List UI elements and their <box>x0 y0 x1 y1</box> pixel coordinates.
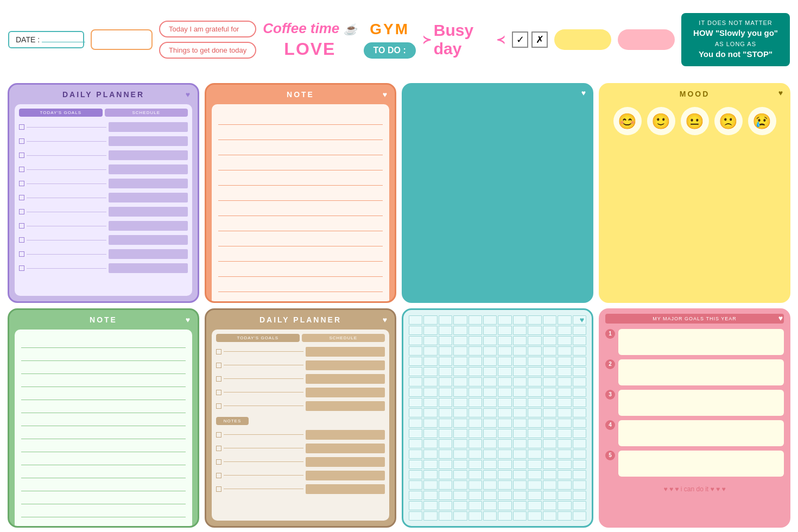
coffee-time-text: Coffee time ☕ <box>263 20 357 37</box>
teal-grid <box>409 315 586 521</box>
checkbox[interactable] <box>216 403 221 409</box>
goal-item-2: 2 <box>605 359 784 385</box>
note-line <box>218 277 383 292</box>
grid-cell <box>573 377 586 387</box>
grid-cell <box>409 449 422 459</box>
planner-row <box>19 220 188 232</box>
checkbox[interactable] <box>216 376 221 382</box>
grid-cell <box>439 408 452 417</box>
grid-cell <box>573 480 586 490</box>
grid-cell <box>468 315 482 325</box>
grid-cell <box>423 429 437 438</box>
checkbox[interactable] <box>19 138 24 144</box>
checkbox[interactable] <box>216 432 221 438</box>
daily-planner-brown-title: DAILY PLANNER <box>212 315 389 324</box>
grid-cell <box>513 346 527 356</box>
checkbox[interactable] <box>216 473 221 478</box>
grid-cell <box>409 315 422 325</box>
grid-cell <box>483 419 497 428</box>
grid-cell <box>453 501 467 510</box>
grid-cell <box>543 377 556 387</box>
note-line <box>21 504 186 517</box>
grid-cell <box>409 480 422 490</box>
goal-box-4[interactable] <box>618 420 784 446</box>
checkbox[interactable] <box>19 209 24 214</box>
checkbox[interactable] <box>19 195 24 200</box>
grid-cell <box>453 429 467 438</box>
goal-box-5[interactable] <box>618 451 784 477</box>
grid-cell <box>483 511 497 521</box>
grid-cell <box>528 388 541 397</box>
planner-headers-brown: TODAY'S GOALS SCHEDULE <box>216 334 385 342</box>
checkbox[interactable] <box>19 265 24 271</box>
note-inner-peach <box>212 104 389 303</box>
grid-cell <box>409 419 422 428</box>
neutral-emoji[interactable]: 😐 <box>681 107 709 135</box>
note-line <box>21 413 186 426</box>
daily-planner-purple-card: DAILY PLANNER ♥ TODAY'S GOALS SCHEDULE <box>8 83 199 303</box>
grid-cell <box>409 470 422 479</box>
schedule-header-purple: SCHEDULE <box>105 109 188 117</box>
cry-emoji[interactable]: 😢 <box>748 107 776 135</box>
goals-header-brown: TODAY'S GOALS <box>216 334 300 342</box>
grid-cell <box>483 398 497 407</box>
checkbox[interactable] <box>19 167 24 172</box>
grid-cell <box>513 511 527 521</box>
grid-cell <box>528 511 541 521</box>
grid-cell <box>468 367 482 376</box>
checkbox[interactable] <box>19 223 24 229</box>
planner-row <box>19 121 188 133</box>
grid-cell <box>439 398 452 407</box>
planner-headers-purple: TODAY'S GOALS SCHEDULE <box>19 109 188 117</box>
grid-cell <box>409 377 422 387</box>
checkbox[interactable] <box>216 390 221 395</box>
grid-cell <box>513 460 527 469</box>
note-line <box>218 125 383 140</box>
grid-cell <box>558 388 571 397</box>
checkbox[interactable] <box>216 486 221 492</box>
right-arrow-icon: ≺ <box>496 33 505 46</box>
grid-cell <box>543 398 556 407</box>
grid-cell <box>439 491 452 500</box>
grid-cell <box>558 398 571 407</box>
goal-box-3[interactable] <box>618 390 784 416</box>
checkbox[interactable] <box>19 251 24 257</box>
planner-row <box>216 470 385 482</box>
checkbox[interactable] <box>19 237 24 243</box>
sad-emoji[interactable]: 🙁 <box>714 107 743 135</box>
grid-cell <box>498 470 511 479</box>
checkbox[interactable] <box>19 153 24 158</box>
grid-cell <box>573 419 586 428</box>
heart-icon-mood: ♥ <box>778 88 783 97</box>
smile-emoji[interactable]: 🙂 <box>647 107 675 135</box>
checkbox[interactable] <box>216 446 221 451</box>
grid-cell <box>483 470 497 479</box>
grid-cell <box>423 346 437 356</box>
grid-cell <box>498 429 511 438</box>
goal-box-2[interactable] <box>618 359 784 385</box>
checkbox[interactable] <box>216 363 221 368</box>
grid-cell <box>468 336 482 345</box>
grid-cell <box>439 326 452 335</box>
happy-emoji[interactable]: 😊 <box>613 107 642 135</box>
grid-cell <box>468 439 482 448</box>
grid-cell <box>528 367 541 376</box>
checkbox[interactable] <box>19 124 24 130</box>
grid-cell <box>423 398 437 407</box>
grid-cell <box>558 346 571 356</box>
goal-number-2: 2 <box>605 359 615 369</box>
date-box[interactable]: DATE : <box>8 31 84 48</box>
grid-cell <box>423 439 437 448</box>
grid-cell <box>513 357 527 366</box>
grid-cell <box>423 480 437 490</box>
checkbox[interactable] <box>216 349 221 354</box>
check-box[interactable]: ✓ <box>512 31 528 48</box>
grid-cell <box>423 326 437 335</box>
x-box[interactable]: ✗ <box>531 31 548 48</box>
goal-box-1[interactable] <box>618 329 784 355</box>
checkbox[interactable] <box>216 459 221 465</box>
checkbox[interactable] <box>19 181 24 186</box>
grid-cell <box>409 439 422 448</box>
quote-line1: IT DOES NOT MATTER <box>689 18 782 28</box>
note-line <box>218 292 383 303</box>
